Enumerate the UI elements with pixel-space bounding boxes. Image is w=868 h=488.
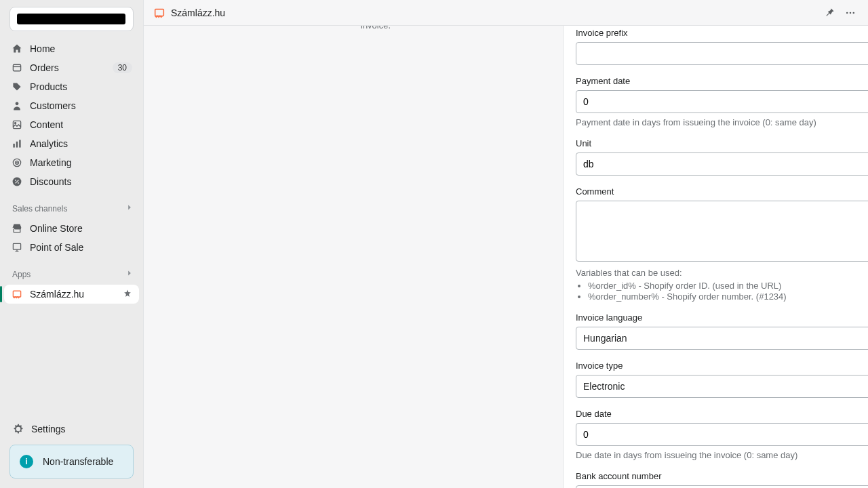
svg-point-9 xyxy=(17,163,18,163)
info-icon: i xyxy=(20,455,33,468)
field-invoice-language: Invoice language Hungarian ▲▼ xyxy=(576,312,868,350)
primary-nav: Home Orders 30 Products Customers Cont xyxy=(0,37,143,194)
gear-icon xyxy=(12,423,24,435)
field-due-date: Due date Due date in days from issueing … xyxy=(576,409,868,460)
field-payment-date: Payment date Payment date in days from i… xyxy=(576,76,868,127)
svg-point-3 xyxy=(15,123,16,124)
page-title: Számlázz.hu xyxy=(171,7,225,18)
nav-analytics[interactable]: Analytics xyxy=(4,134,139,153)
settings-card: Invoice prefix Payment date Payment date… xyxy=(563,26,868,488)
pos-icon xyxy=(11,241,23,253)
input-bank-account[interactable] xyxy=(576,485,868,488)
help-payment-date: Payment date in days from issueing the i… xyxy=(576,117,868,127)
nav-customers[interactable]: Customers xyxy=(4,96,139,115)
non-transferable-banner: i Non-transferable xyxy=(9,445,134,479)
nav-label: Customers xyxy=(30,100,132,111)
main-content: invoice. Invoice prefix Payment date Pay… xyxy=(144,26,868,488)
help-comment-vars: Variables that can be used: %order_id% -… xyxy=(576,268,868,302)
label-payment-date: Payment date xyxy=(576,76,868,86)
field-bank-account: Bank account number xyxy=(576,471,868,488)
nav-home[interactable]: Home xyxy=(4,39,139,58)
svg-point-1 xyxy=(16,102,19,105)
section-title: Apps xyxy=(12,270,31,279)
svg-rect-6 xyxy=(19,140,20,147)
store-name-redacted xyxy=(17,14,125,24)
svg-point-18 xyxy=(853,12,855,14)
pin-button[interactable] xyxy=(822,5,838,21)
analytics-icon xyxy=(11,138,23,150)
input-payment-date[interactable] xyxy=(576,90,868,113)
apps-header[interactable]: Apps xyxy=(0,260,143,282)
section-title: Sales channels xyxy=(12,204,67,214)
svg-point-16 xyxy=(846,12,848,14)
field-unit: Unit xyxy=(576,138,868,176)
nav-settings[interactable]: Settings xyxy=(4,419,139,439)
svg-rect-4 xyxy=(13,144,14,148)
nav-label: Point of Sale xyxy=(30,242,132,253)
label-invoice-language: Invoice language xyxy=(576,312,868,323)
chevron-right-icon xyxy=(125,269,134,279)
field-comment: Comment Variables that can be used: %ord… xyxy=(576,186,868,302)
nav-products[interactable]: Products xyxy=(4,77,139,96)
products-icon xyxy=(11,81,23,93)
help-due-date: Due date in days from issueing the invoi… xyxy=(576,450,868,460)
input-due-date[interactable] xyxy=(576,423,868,446)
nav-online-store[interactable]: Online Store xyxy=(4,219,139,238)
svg-rect-5 xyxy=(16,142,18,148)
settings-label: Settings xyxy=(31,424,66,434)
label-unit: Unit xyxy=(576,138,868,148)
nav-label: Online Store xyxy=(30,223,132,234)
select-invoice-language[interactable]: Hungarian xyxy=(576,327,868,350)
nav-label: Content xyxy=(30,119,132,130)
nav-label: Orders xyxy=(30,62,113,73)
var-item: %order_id% - Shopify order ID. (used in … xyxy=(588,281,868,291)
orders-icon xyxy=(11,62,23,74)
nav-point-of-sale[interactable]: Point of Sale xyxy=(4,238,139,257)
input-invoice-prefix[interactable] xyxy=(576,42,868,65)
nav-label: Analytics xyxy=(30,138,132,149)
sidebar: Home Orders 30 Products Customers Cont xyxy=(0,0,144,488)
discounts-icon xyxy=(11,176,23,188)
label-invoice-type: Invoice type xyxy=(576,361,868,371)
nav-marketing[interactable]: Marketing xyxy=(4,153,139,172)
store-switcher[interactable] xyxy=(9,7,134,31)
nav-label: Discounts xyxy=(30,176,132,187)
orders-badge: 30 xyxy=(113,62,132,73)
szamlazz-app-icon xyxy=(11,288,23,300)
sales-channels-header[interactable]: Sales channels xyxy=(0,194,143,216)
svg-rect-2 xyxy=(13,121,20,128)
apps-nav: Számlázz.hu xyxy=(0,282,143,306)
store-icon xyxy=(11,222,23,235)
pin-icon[interactable] xyxy=(123,289,132,300)
select-invoice-type[interactable]: Electronic xyxy=(576,375,868,398)
nav-app-szamlazz[interactable]: Számlázz.hu xyxy=(4,285,139,304)
banner-text: Non-transferable xyxy=(43,456,113,467)
svg-rect-0 xyxy=(13,64,20,71)
customers-icon xyxy=(11,100,23,112)
chevron-right-icon xyxy=(125,203,134,214)
svg-rect-14 xyxy=(13,291,20,297)
label-due-date: Due date xyxy=(576,409,868,419)
szamlazz-app-icon xyxy=(153,7,165,19)
svg-rect-15 xyxy=(155,9,164,16)
topbar: Számlázz.hu xyxy=(144,0,868,26)
sidebar-bottom: Settings i Non-transferable xyxy=(0,415,143,488)
content-icon xyxy=(11,119,23,131)
nav-content[interactable]: Content xyxy=(4,115,139,134)
svg-rect-13 xyxy=(13,243,20,249)
nav-discounts[interactable]: Discounts xyxy=(4,172,139,191)
input-unit[interactable] xyxy=(576,152,868,176)
textarea-comment[interactable] xyxy=(576,201,868,262)
section-description: invoice. xyxy=(361,26,537,30)
label-invoice-prefix: Invoice prefix xyxy=(576,28,868,38)
field-invoice-prefix: Invoice prefix xyxy=(576,28,868,65)
nav-orders[interactable]: Orders 30 xyxy=(4,58,139,77)
svg-point-17 xyxy=(850,12,852,14)
label-bank-account: Bank account number xyxy=(576,471,868,481)
nav-label: Marketing xyxy=(30,157,132,168)
svg-point-12 xyxy=(18,182,19,184)
more-actions-button[interactable] xyxy=(842,5,859,21)
svg-point-11 xyxy=(15,180,16,181)
field-invoice-type: Invoice type Electronic ▲▼ xyxy=(576,361,868,398)
sales-channels-nav: Online Store Point of Sale xyxy=(0,216,143,260)
